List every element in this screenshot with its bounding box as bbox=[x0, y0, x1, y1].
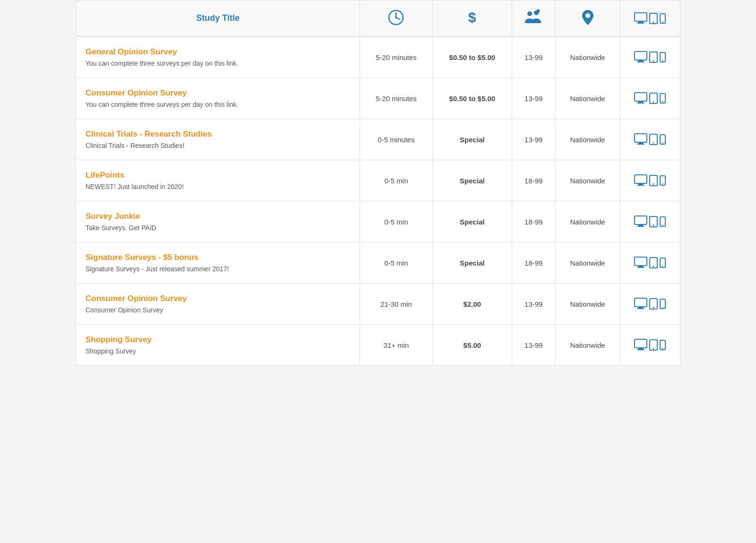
svg-rect-38 bbox=[638, 183, 643, 185]
mobile-icon bbox=[660, 216, 666, 227]
time-cell: 0-5 min bbox=[360, 160, 433, 201]
table-row: General Opinion Survey You can complete … bbox=[76, 36, 680, 78]
study-title-link[interactable]: Survey Junkie bbox=[86, 212, 350, 221]
table-row: LifePoints NEWEST! Just launched in 2020… bbox=[76, 160, 680, 201]
svg-point-71 bbox=[662, 348, 663, 349]
svg-rect-67 bbox=[637, 349, 644, 350]
devices-icons bbox=[627, 215, 673, 228]
col-age-header bbox=[512, 0, 555, 36]
location-value: Nationwide bbox=[570, 300, 605, 308]
tablet-icon bbox=[649, 134, 658, 145]
study-title-link[interactable]: LifePoints bbox=[86, 171, 350, 180]
study-description: You can complete three surveys per day o… bbox=[86, 101, 238, 108]
pay-cell: $2.00 bbox=[432, 284, 512, 325]
devices-icons bbox=[627, 51, 673, 63]
survey-table: Study Title $ bbox=[76, 0, 680, 365]
devices-cell bbox=[620, 325, 680, 366]
devices-icons bbox=[627, 298, 673, 310]
svg-rect-46 bbox=[637, 226, 644, 227]
desktop-icon bbox=[634, 215, 647, 228]
svg-point-43 bbox=[662, 183, 663, 184]
location-cell: Nationwide bbox=[555, 119, 620, 160]
desktop-icon bbox=[634, 257, 647, 269]
svg-rect-24 bbox=[638, 101, 643, 103]
study-title-link[interactable]: Consumer Opinion Survey bbox=[86, 88, 350, 98]
svg-rect-37 bbox=[635, 175, 647, 183]
age-value: 13-99 bbox=[524, 300, 542, 308]
mobile-icon bbox=[660, 93, 666, 103]
survey-table-container: Study Title $ bbox=[76, 0, 680, 366]
dollar-icon: $ bbox=[464, 9, 481, 26]
location-cell: Nationwide bbox=[555, 242, 620, 284]
mobile-icon bbox=[660, 299, 666, 309]
svg-point-64 bbox=[662, 307, 663, 308]
tablet-icon bbox=[649, 339, 658, 351]
location-value: Nationwide bbox=[570, 95, 605, 103]
table-row: Shopping Survey Shopping Survey 31+ min … bbox=[76, 325, 680, 366]
location-value: Nationwide bbox=[570, 177, 605, 185]
svg-rect-10 bbox=[638, 21, 643, 23]
time-cell: 5-20 minutes bbox=[360, 36, 433, 78]
age-value: 13-99 bbox=[524, 95, 542, 103]
svg-point-41 bbox=[653, 183, 654, 185]
time-cell: 21-30 min bbox=[360, 284, 433, 325]
pay-value: Special bbox=[460, 259, 485, 267]
pay-cell: $0.50 to $5.00 bbox=[432, 78, 512, 119]
time-value: 5-20 minutes bbox=[376, 95, 417, 103]
study-title-link[interactable]: Shopping Survey bbox=[86, 335, 350, 345]
pay-cell: Special bbox=[432, 160, 512, 201]
devices-icons bbox=[627, 133, 673, 146]
svg-point-29 bbox=[662, 101, 663, 102]
study-title-link[interactable]: Signature Surveys - $5 bonus bbox=[86, 253, 350, 262]
svg-point-8 bbox=[585, 13, 590, 18]
location-cell: Nationwide bbox=[555, 36, 620, 78]
svg-point-20 bbox=[653, 60, 654, 61]
devices-cell bbox=[620, 242, 680, 284]
people-icon bbox=[523, 9, 544, 26]
col-time-header bbox=[360, 0, 433, 36]
mobile-icon bbox=[660, 52, 666, 62]
svg-rect-25 bbox=[637, 103, 644, 103]
study-description: Consumer Opinion Survey bbox=[86, 306, 163, 314]
study-title-cell: Signature Surveys - $5 bonus Signature S… bbox=[76, 242, 360, 284]
study-title-link[interactable]: Consumer Opinion Survey bbox=[86, 294, 350, 303]
time-value: 0-5 min bbox=[384, 259, 408, 267]
mobile-icon bbox=[660, 258, 666, 268]
pay-cell: $0.50 to $5.00 bbox=[432, 36, 512, 78]
study-title-link[interactable]: General Opinion Survey bbox=[86, 47, 350, 57]
study-title-link[interactable]: Clinical Trials - Research Studies bbox=[86, 129, 350, 139]
svg-rect-31 bbox=[638, 142, 643, 144]
svg-rect-59 bbox=[638, 307, 643, 308]
devices-cell bbox=[620, 160, 680, 201]
svg-line-3 bbox=[396, 17, 400, 19]
age-value: 13-99 bbox=[524, 341, 542, 349]
time-value: 0-5 min bbox=[384, 177, 408, 185]
location-cell: Nationwide bbox=[555, 201, 620, 242]
mobile-icon bbox=[660, 134, 666, 145]
location-value: Nationwide bbox=[570, 259, 605, 267]
svg-rect-45 bbox=[638, 224, 643, 226]
devices-cell bbox=[620, 284, 680, 325]
svg-point-50 bbox=[662, 224, 663, 225]
svg-rect-58 bbox=[635, 298, 647, 307]
tablet-header-icon bbox=[649, 13, 658, 24]
age-value: 13-99 bbox=[524, 136, 542, 144]
location-cell: Nationwide bbox=[555, 160, 620, 201]
svg-rect-16 bbox=[635, 52, 647, 60]
desktop-icon bbox=[634, 174, 647, 187]
desktop-icon bbox=[634, 92, 647, 104]
pay-value: $0.50 to $5.00 bbox=[449, 95, 496, 103]
study-description: Shopping Survey bbox=[86, 347, 136, 355]
devices-icons bbox=[627, 174, 673, 187]
devices-cell bbox=[620, 119, 680, 160]
svg-rect-44 bbox=[635, 216, 647, 224]
location-value: Nationwide bbox=[570, 53, 605, 61]
tablet-icon bbox=[649, 216, 658, 227]
pay-value: $2.00 bbox=[464, 300, 481, 308]
time-cell: 31+ min bbox=[360, 325, 433, 366]
pay-value: Special bbox=[460, 218, 485, 226]
pay-value: Special bbox=[460, 136, 485, 144]
age-cell: 18-99 bbox=[512, 201, 555, 242]
study-description: Clinical Trials - Research Studies! bbox=[86, 142, 184, 149]
svg-rect-9 bbox=[635, 13, 647, 21]
